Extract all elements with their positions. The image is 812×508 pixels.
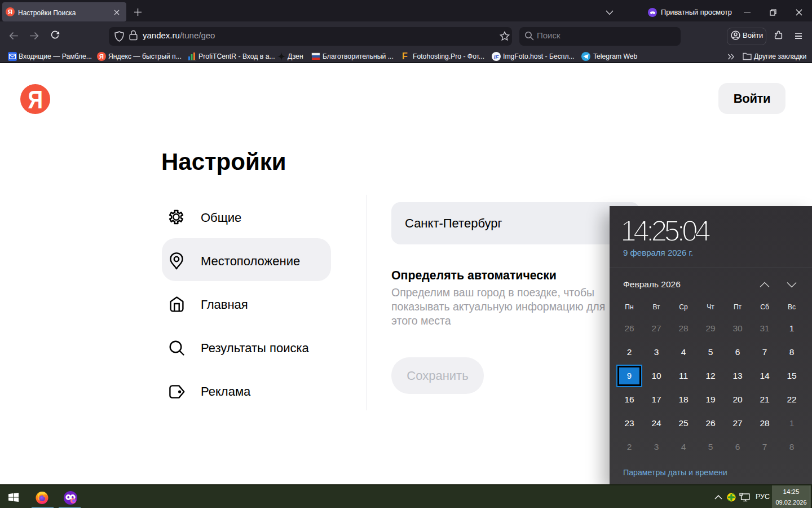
- svg-text:IF: IF: [494, 54, 499, 60]
- svg-text:14:25:04: 14:25:04: [620, 214, 711, 247]
